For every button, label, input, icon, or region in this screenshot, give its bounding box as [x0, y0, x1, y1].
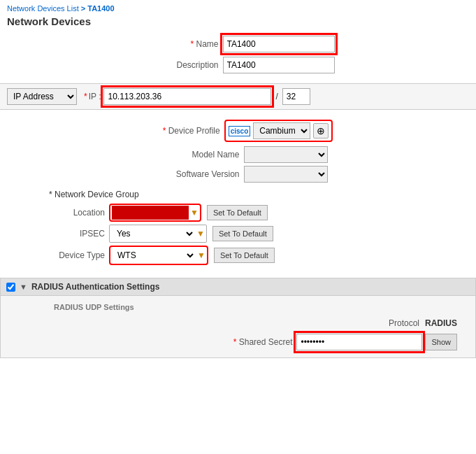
ipsec-row: IPSEC Yes ▼ Set To Default — [7, 225, 469, 243]
radius-arrow-icon: ▼ — [20, 283, 27, 291]
device-profile-select-wrapper: cisco Cambium ⊕ — [224, 120, 333, 142]
ipsec-set-default-button[interactable]: Set To Default — [212, 226, 273, 241]
radius-body: RADIUS UDP Settings Protocol RADIUS * Sh… — [1, 296, 475, 357]
ipsec-select-wrapper: Yes ▼ — [109, 225, 207, 243]
ip-row: IP Address * IP : / — [0, 83, 476, 110]
protocol-value: RADIUS — [425, 318, 457, 328]
cisco-logo: cisco — [229, 126, 251, 136]
ndg-label: * Network Device Group — [7, 190, 469, 199]
name-required-star: * — [190, 39, 194, 49]
breadcrumb-separator: > — [79, 4, 88, 13]
ip-input[interactable] — [103, 88, 271, 105]
ipsec-select[interactable]: Yes — [111, 226, 195, 241]
ipsec-chevron-icon: ▼ — [196, 229, 205, 239]
location-set-default-button[interactable]: Set To Default — [207, 205, 268, 220]
name-input[interactable] — [223, 36, 335, 52]
ip-required-star: * — [84, 92, 87, 101]
name-row: * Name — [7, 36, 469, 52]
device-profile-row: * Device Profile cisco Cambium ⊕ — [0, 120, 476, 142]
location-select-wrapper: ▼ — [109, 204, 201, 222]
shared-secret-label: * Shared Secret — [233, 337, 293, 347]
device-type-row: Device Type WTS ▼ Set To Default — [7, 246, 469, 265]
device-profile-label: * Device Profile — [143, 126, 220, 136]
show-secret-button[interactable]: Show — [425, 334, 457, 350]
shared-secret-input[interactable] — [296, 334, 422, 350]
breadcrumb: Network Devices List > TA1400 — [0, 0, 476, 14]
description-row: Description — [7, 57, 469, 73]
ip-slash: / — [275, 92, 277, 101]
description-label: Description — [142, 60, 219, 70]
software-version-row: Software Version — [0, 166, 476, 183]
radius-header: ▼ RADIUS Authentication Settings — [1, 278, 475, 296]
ipsec-label: IPSEC — [49, 229, 105, 239]
page-title: Network Devices — [0, 14, 476, 33]
description-input[interactable] — [223, 57, 335, 73]
device-type-set-default-button[interactable]: Set To Default — [214, 248, 275, 263]
model-name-row: Model Name — [0, 146, 476, 163]
software-version-select[interactable] — [244, 166, 328, 183]
radius-section: ▼ RADIUS Authentication Settings RADIUS … — [0, 278, 476, 358]
ndg-section: * Network Device Group Location ▼ Set To… — [0, 185, 476, 272]
breadcrumb-current: TA1400 — [87, 4, 114, 13]
name-label: * Name — [142, 39, 219, 49]
device-type-label: Device Type — [49, 250, 105, 260]
shared-secret-row: * Shared Secret Show — [12, 334, 464, 350]
device-type-select[interactable]: WTS — [112, 248, 196, 263]
protocol-label: Protocol — [389, 318, 419, 328]
ip-label: IP : — [89, 92, 101, 101]
location-row: Location ▼ Set To Default — [7, 204, 469, 222]
breadcrumb-list-link[interactable]: Network Devices List — [7, 4, 79, 13]
radius-title: RADIUS Authentication Settings — [31, 282, 160, 292]
location-chevron-icon: ▼ — [190, 208, 199, 218]
radius-udp-title: RADIUS UDP Settings — [54, 303, 464, 311]
dp-required-star: * — [163, 126, 166, 136]
software-version-label: Software Version — [149, 169, 240, 179]
secret-required-star: * — [233, 337, 237, 347]
protocol-row: Protocol RADIUS — [12, 318, 464, 328]
model-name-label: Model Name — [149, 150, 240, 159]
model-name-select[interactable] — [244, 146, 328, 163]
globe-button[interactable]: ⊕ — [313, 123, 329, 139]
device-type-select-wrapper: WTS ▼ — [109, 246, 208, 265]
location-label: Location — [49, 208, 105, 218]
radius-checkbox[interactable] — [6, 283, 15, 292]
ip-type-select[interactable]: IP Address — [7, 88, 77, 105]
ip-cidr-input[interactable] — [282, 88, 310, 105]
device-profile-select[interactable]: Cambium — [253, 122, 310, 139]
device-type-chevron-icon: ▼ — [197, 250, 205, 260]
location-select-red — [112, 206, 189, 220]
